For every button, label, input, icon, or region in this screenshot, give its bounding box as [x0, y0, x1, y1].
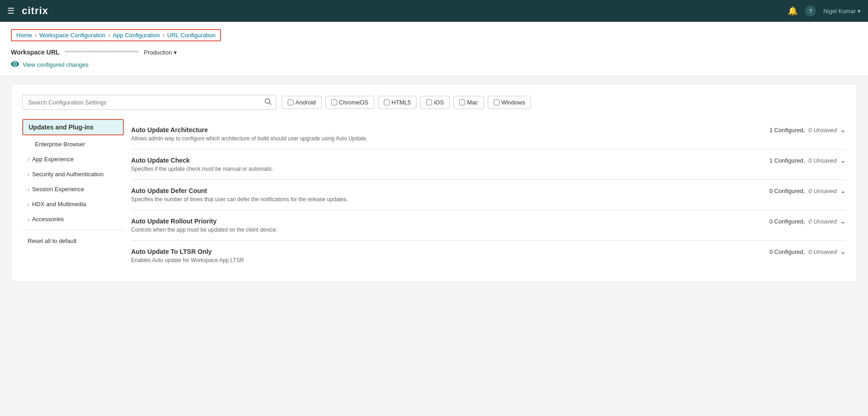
env-label: Production: [144, 49, 172, 56]
breadcrumb-sep-2: ›: [108, 32, 110, 39]
reset-all-button[interactable]: Reset all to default: [22, 234, 124, 248]
expand-icon[interactable]: ⌄: [840, 248, 846, 255]
user-menu[interactable]: Nigel Kumar ▾: [823, 8, 861, 15]
search-button[interactable]: [265, 98, 272, 107]
main-area: Home › Workspace Configuration › App Con…: [0, 22, 868, 76]
config-item-title: Auto Update Defer Count: [131, 187, 762, 194]
breadcrumb-sep-1: ›: [35, 32, 37, 39]
unsaved-count: 0 Unsaved: [809, 188, 837, 194]
sidebar-item-accessories[interactable]: ›Accessories: [22, 212, 124, 226]
breadcrumb-url-config[interactable]: URL Configuration: [167, 32, 216, 39]
breadcrumb-sep-3: ›: [163, 32, 165, 39]
config-item-description: Enables Auto update for Workspace App LT…: [131, 257, 762, 263]
config-count: 0 Configured,: [770, 218, 805, 225]
main-layout: Updates and Plug-ins Enterprise Browser›…: [22, 119, 846, 271]
config-item-right: 0 Configured, 0 Unsaved ⌄: [770, 218, 846, 225]
env-selector[interactable]: Production ▾: [144, 49, 177, 56]
top-nav: ☰ citrix 🔔 ? Nigel Kumar ▾: [0, 0, 868, 22]
unsaved-count: 0 Unsaved: [809, 218, 837, 225]
config-item: Auto Update Architecture Allows admin wa…: [131, 119, 846, 149]
config-item-left: Auto Update To LTSR Only Enables Auto up…: [131, 248, 762, 263]
config-count: 0 Configured,: [770, 248, 805, 255]
unsaved-count: 0 Unsaved: [809, 127, 837, 134]
config-item-description: Controls when the app must be updated on…: [131, 227, 762, 233]
chevron-icon: ›: [28, 157, 29, 162]
breadcrumb-app-config[interactable]: App Configuration: [113, 32, 160, 39]
config-item-left: Auto Update Architecture Allows admin wa…: [131, 126, 762, 142]
eye-icon: [11, 60, 19, 69]
hamburger-icon[interactable]: ☰: [7, 6, 15, 16]
config-item: Auto Update To LTSR Only Enables Auto up…: [131, 241, 846, 271]
config-item-left: Auto Update Check Specifies if the updat…: [131, 157, 762, 172]
chevron-icon: ›: [28, 172, 29, 177]
platform-filter-windows[interactable]: Windows: [488, 96, 531, 109]
chevron-icon: ›: [28, 187, 29, 192]
config-item-description: Specifies if the update check must be ma…: [131, 166, 762, 172]
workspace-url-label: Workspace URL: [11, 49, 59, 56]
expand-icon[interactable]: ⌄: [840, 218, 846, 225]
svg-line-1: [270, 103, 271, 104]
unsaved-count: 0 Unsaved: [809, 157, 837, 164]
expand-icon[interactable]: ⌄: [840, 157, 846, 164]
config-item-description: Allows admin way to configure which arch…: [131, 135, 762, 142]
bell-icon[interactable]: 🔔: [788, 6, 798, 16]
config-item-left: Auto Update Rollout Priority Controls wh…: [131, 218, 762, 233]
platform-filter-chromeos[interactable]: ChromeOS: [325, 96, 374, 109]
config-item-right: 1 Configured, 0 Unsaved ⌄: [770, 157, 846, 164]
breadcrumb-home[interactable]: Home: [16, 32, 32, 39]
chevron-icon: ›: [28, 217, 29, 222]
sidebar: Updates and Plug-ins Enterprise Browser›…: [22, 119, 131, 271]
config-item-description: Specifies the number of times that user …: [131, 196, 762, 203]
breadcrumb-workspace-config[interactable]: Workspace Configuration: [39, 32, 106, 39]
content-panel: Android ChromeOS HTML5 iOS Mac Windows U…: [11, 84, 857, 282]
config-item-right: 0 Configured, 0 Unsaved ⌄: [770, 248, 846, 255]
view-configured-changes[interactable]: View configured changes: [11, 60, 857, 69]
env-chevron: ▾: [174, 49, 177, 56]
sidebar-item-session-experience[interactable]: ›Session Experience: [22, 182, 124, 196]
expand-icon[interactable]: ⌄: [840, 126, 846, 134]
expand-icon[interactable]: ⌄: [840, 187, 846, 194]
config-count: 1 Configured,: [770, 127, 805, 134]
config-item-title: Auto Update To LTSR Only: [131, 248, 762, 255]
sidebar-item-app-experience[interactable]: ›App Experience: [22, 152, 124, 166]
config-item-left: Auto Update Defer Count Specifies the nu…: [131, 187, 762, 203]
config-item: Auto Update Rollout Priority Controls wh…: [131, 210, 846, 241]
workspace-url-value: ********************************: [65, 49, 138, 56]
sidebar-item-hdx-and-multimedia[interactable]: ›HDX and Multimedia: [22, 197, 124, 211]
sidebar-item-security-and-authentication[interactable]: ›Security and Authentication: [22, 167, 124, 181]
platform-filter-android[interactable]: Android: [282, 96, 322, 109]
user-name: Nigel Kumar: [823, 8, 856, 15]
sidebar-selected-item[interactable]: Updates and Plug-ins: [22, 119, 124, 135]
config-item-right: 1 Configured, 0 Unsaved ⌄: [770, 126, 846, 134]
platform-filter-ios[interactable]: iOS: [420, 96, 450, 109]
user-chevron: ▾: [858, 8, 861, 15]
workspace-url-row: Workspace URL **************************…: [11, 49, 857, 56]
platform-filters: Android ChromeOS HTML5 iOS Mac Windows: [282, 96, 531, 109]
config-item-title: Auto Update Check: [131, 157, 762, 164]
search-wrapper: [22, 95, 276, 110]
view-changes-label: View configured changes: [23, 61, 88, 68]
config-item-title: Auto Update Rollout Priority: [131, 218, 762, 225]
config-count: 0 Configured,: [770, 188, 805, 194]
search-row: Android ChromeOS HTML5 iOS Mac Windows: [22, 95, 846, 110]
config-item: Auto Update Defer Count Specifies the nu…: [131, 180, 846, 210]
help-icon[interactable]: ?: [805, 5, 816, 16]
config-item-right: 0 Configured, 0 Unsaved ⌄: [770, 187, 846, 194]
chevron-icon: ›: [28, 202, 29, 207]
unsaved-count: 0 Unsaved: [809, 248, 837, 255]
sidebar-item-enterprise-browser[interactable]: Enterprise Browser: [22, 137, 124, 151]
config-list: Auto Update Architecture Allows admin wa…: [131, 119, 846, 271]
citrix-logo: citrix: [22, 5, 49, 17]
config-item-title: Auto Update Architecture: [131, 126, 762, 134]
platform-filter-html5[interactable]: HTML5: [378, 96, 417, 109]
config-count: 1 Configured,: [770, 157, 805, 164]
breadcrumb: Home › Workspace Configuration › App Con…: [11, 29, 221, 41]
platform-filter-mac[interactable]: Mac: [453, 96, 484, 109]
search-input[interactable]: [22, 95, 276, 110]
config-item: Auto Update Check Specifies if the updat…: [131, 149, 846, 180]
